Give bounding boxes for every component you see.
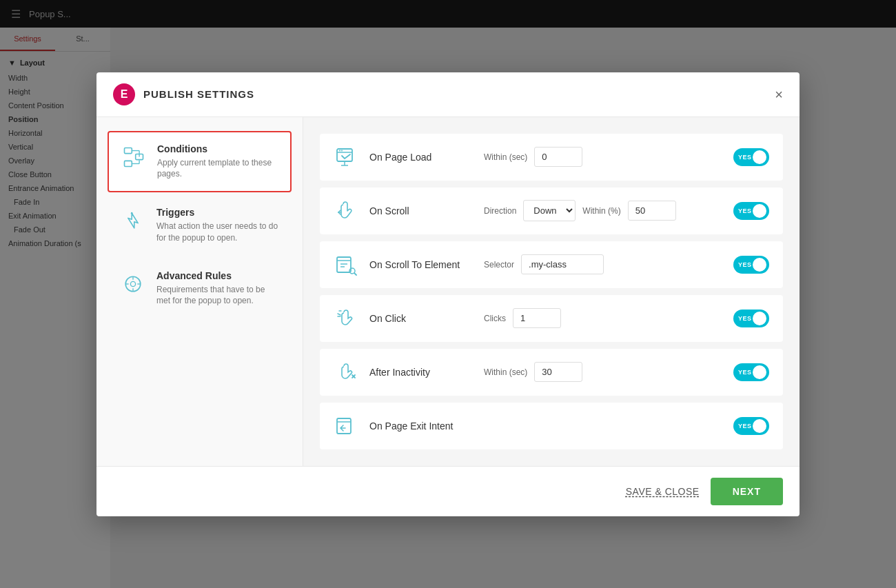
next-button[interactable]: NEXT: [711, 478, 783, 505]
click-icon: [334, 306, 358, 331]
nav-item-conditions[interactable]: Conditions Apply current template to the…: [108, 131, 292, 193]
modal-header: E PUBLISH SETTINGS ×: [96, 72, 800, 117]
on-scroll-fields: Direction Down Up Within (%): [484, 200, 722, 221]
triggers-content: On Page Load Within (sec) YES: [303, 117, 800, 466]
modal-title: PUBLISH SETTINGS: [143, 88, 254, 100]
page-load-seconds-input[interactable]: [534, 147, 582, 167]
modal-close-button[interactable]: ×: [775, 88, 783, 101]
svg-line-30: [338, 314, 340, 315]
save-close-button[interactable]: SAVE & CLOSE: [626, 486, 700, 497]
page-load-within-label: Within (sec): [484, 152, 527, 162]
on-scroll-to-element-label: On Scroll To Element: [369, 259, 473, 270]
triggers-nav-text: Triggers What action the user needs to d…: [156, 207, 280, 244]
on-page-load-fields: Within (sec): [484, 147, 722, 167]
exit-intent-icon: [334, 414, 358, 438]
on-page-load-label: On Page Load: [369, 152, 473, 163]
publish-settings-modal: E PUBLISH SETTINGS ×: [96, 72, 800, 516]
inactivity-toggle-yes: YES: [738, 369, 752, 376]
inactivity-within-label: Within (sec): [484, 367, 527, 377]
modal-overlay: E PUBLISH SETTINGS ×: [0, 0, 896, 588]
exit-intent-toggle[interactable]: YES: [733, 417, 769, 435]
svg-rect-34: [337, 418, 351, 434]
after-inactivity-label: After Inactivity: [369, 367, 473, 378]
page-load-toggle[interactable]: YES: [733, 148, 769, 166]
page-load-icon: [334, 145, 358, 170]
scroll-within-label: Within (%): [582, 206, 620, 216]
trigger-after-inactivity: After Inactivity Within (sec) YES: [320, 349, 783, 396]
click-toggle-yes: YES: [738, 315, 752, 322]
svg-rect-23: [337, 257, 351, 272]
svg-line-28: [354, 273, 356, 275]
on-scroll-label: On Scroll: [369, 205, 473, 216]
exit-intent-toggle-yes: YES: [738, 423, 752, 429]
on-click-fields: Clicks: [484, 308, 722, 328]
advanced-rules-icon: [119, 270, 147, 298]
scroll-to-element-icon: [334, 252, 358, 277]
triggers-icon: [119, 207, 147, 234]
svg-point-9: [130, 281, 135, 286]
scroll-toggle-yes: YES: [738, 207, 752, 214]
click-toggle[interactable]: YES: [733, 310, 769, 327]
inactivity-icon: [334, 360, 358, 385]
on-page-exit-intent-label: On Page Exit Intent: [369, 420, 473, 432]
nav-item-advanced-rules[interactable]: Advanced Rules Requirements that have to…: [108, 258, 292, 319]
scroll-toggle[interactable]: YES: [733, 202, 769, 220]
scroll-percent-input[interactable]: [628, 201, 676, 221]
trigger-on-page-exit-intent: On Page Exit Intent YES: [320, 403, 783, 449]
on-click-label: On Click: [369, 313, 473, 324]
after-inactivity-fields: Within (sec): [484, 362, 722, 382]
inactivity-toggle[interactable]: YES: [733, 363, 769, 381]
clicks-label: Clicks: [484, 314, 506, 323]
page-load-toggle-yes: YES: [738, 154, 752, 161]
trigger-on-click: On Click Clicks YES: [320, 295, 783, 342]
svg-rect-1: [125, 161, 132, 166]
scroll-direction-select[interactable]: Down Up: [523, 200, 576, 221]
scroll-icon: [334, 199, 358, 223]
conditions-icon: [120, 143, 147, 171]
scroll-direction-label: Direction: [484, 206, 516, 216]
svg-rect-0: [125, 148, 132, 153]
inactivity-seconds-input[interactable]: [534, 362, 582, 382]
advanced-rules-nav-text: Advanced Rules Requirements that have to…: [156, 270, 280, 307]
scroll-to-element-toggle-yes: YES: [738, 261, 752, 268]
selector-input[interactable]: [521, 254, 604, 274]
nav-item-triggers[interactable]: Triggers What action the user needs to d…: [108, 195, 292, 256]
clicks-input[interactable]: [513, 308, 561, 328]
scroll-to-element-toggle[interactable]: YES: [733, 256, 769, 274]
modal-footer: SAVE & CLOSE NEXT: [96, 466, 800, 516]
selector-label: Selector: [484, 260, 514, 270]
conditions-nav-text: Conditions Apply current template to the…: [157, 143, 279, 181]
trigger-on-scroll: On Scroll Direction Down Up Within (%): [320, 187, 783, 234]
trigger-on-page-load: On Page Load Within (sec) YES: [320, 134, 783, 181]
svg-point-7: [131, 212, 133, 214]
elementor-logo: E: [113, 83, 135, 105]
modal-nav: Conditions Apply current template to the…: [96, 117, 303, 466]
trigger-on-scroll-to-element: On Scroll To Element Selector YES: [320, 241, 783, 288]
on-scroll-to-element-fields: Selector: [484, 254, 722, 274]
modal-body: Conditions Apply current template to the…: [96, 117, 800, 466]
